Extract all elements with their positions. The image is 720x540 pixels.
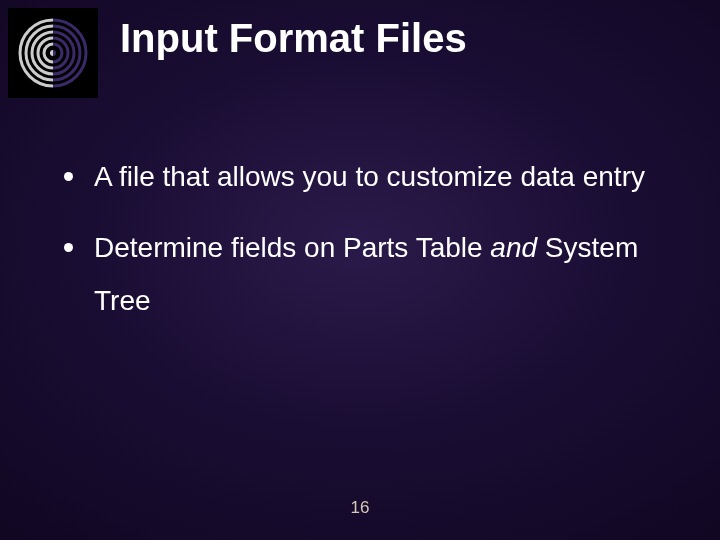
logo-icon: [8, 8, 98, 98]
page-number: 16: [0, 498, 720, 518]
bullet-item: Determine fields on Parts Table and Syst…: [60, 221, 680, 327]
bullet-text-italic: and: [490, 232, 537, 263]
bullet-text: A file that allows you to customize data…: [94, 161, 645, 192]
bullet-list: A file that allows you to customize data…: [60, 150, 680, 328]
bullet-item: A file that allows you to customize data…: [60, 150, 680, 203]
bullet-text-prefix: Determine fields on Parts Table: [94, 232, 490, 263]
slide-title: Input Format Files: [120, 16, 700, 61]
slide-content: A file that allows you to customize data…: [60, 150, 680, 346]
